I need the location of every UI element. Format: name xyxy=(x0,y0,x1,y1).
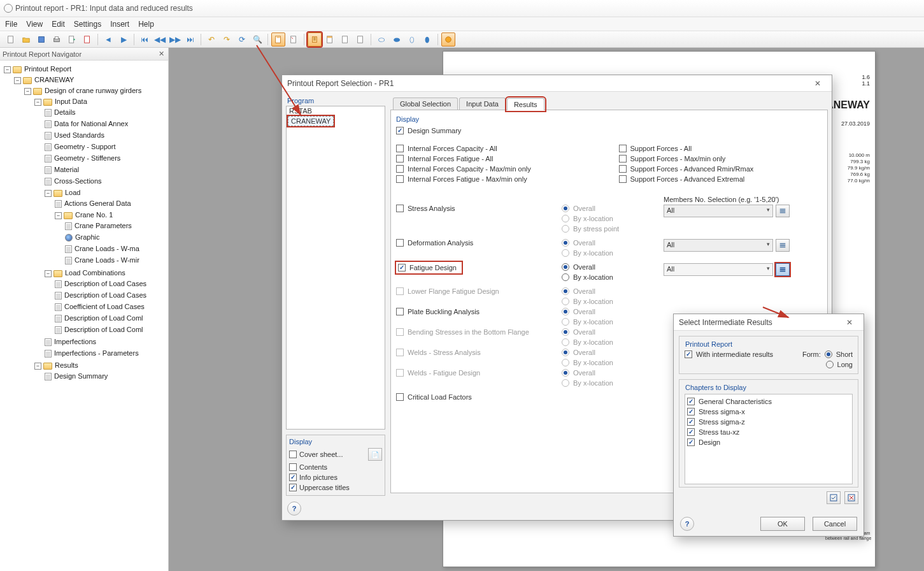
dialog2-help[interactable]: ? xyxy=(680,517,694,531)
svg-rect-23 xyxy=(780,269,786,270)
window-title: Printout report - PR1: Input data and re… xyxy=(15,4,193,13)
chk-plate-buckling[interactable] xyxy=(396,308,404,315)
tb-link4[interactable]: ⬮ xyxy=(420,33,434,47)
tb-export[interactable] xyxy=(65,33,79,47)
radio-form-long[interactable] xyxy=(826,361,834,368)
dialog-help[interactable]: ? xyxy=(287,502,301,516)
deform-intermediate-btn[interactable] xyxy=(776,239,790,252)
cover-settings-btn[interactable]: 📄 xyxy=(368,448,382,461)
dialog2-ok[interactable]: OK xyxy=(760,517,805,531)
chapters-select-none[interactable] xyxy=(844,491,858,504)
tb-insert-chapter[interactable] xyxy=(323,33,337,47)
stress-intermediate-btn[interactable] xyxy=(776,205,790,217)
chk-critical-load[interactable] xyxy=(396,393,404,401)
radio-form-short[interactable] xyxy=(825,351,832,358)
tb-report-selection[interactable] xyxy=(308,33,322,47)
svg-rect-1 xyxy=(39,36,45,42)
tb-refresh[interactable]: ⟳ xyxy=(235,33,249,47)
tb-prev[interactable]: ◀◀ xyxy=(153,33,167,47)
chapters-select-all[interactable] xyxy=(827,491,841,504)
menu-view[interactable]: View xyxy=(26,20,43,29)
tb-next[interactable]: ▶▶ xyxy=(168,33,182,47)
svg-rect-16 xyxy=(780,209,786,210)
tb-pdf[interactable] xyxy=(80,33,94,47)
svg-rect-12 xyxy=(327,36,332,38)
navigator-title: Printout Report Navigator xyxy=(3,50,82,58)
tab-input-data[interactable]: Input Data xyxy=(459,98,506,110)
tb-redo[interactable]: ↷ xyxy=(220,33,234,47)
toolbar: ◄ ▶ ⏮ ◀◀ ▶▶ ⏭ ↶ ↷ ⟳ 🔍 ⬭ ⬬ ⬯ ⬮ xyxy=(0,31,924,48)
tb-new[interactable] xyxy=(4,33,18,47)
svg-rect-17 xyxy=(780,210,786,212)
tb-save[interactable] xyxy=(34,33,48,47)
window-titlebar: Printout report - PR1: Input data and re… xyxy=(0,0,924,17)
dialog-close[interactable]: ✕ xyxy=(809,77,827,90)
navigator-tree[interactable]: −Printout Report −CRANEWAY −Design of cr… xyxy=(0,61,168,571)
tb-nav-next[interactable]: ▶ xyxy=(117,33,131,47)
tb-find[interactable]: 🔍 xyxy=(250,33,264,47)
chk-design-summary[interactable] xyxy=(396,127,404,134)
display-options: Display Cover sheet...📄 Contents Info pi… xyxy=(286,435,385,496)
svg-rect-19 xyxy=(780,243,786,245)
menu-insert[interactable]: Insert xyxy=(110,20,129,29)
tb-first[interactable]: ⏮ xyxy=(138,33,152,47)
tb-link3[interactable]: ⬯ xyxy=(405,33,419,47)
dialog-title: Printout Report Selection - PR1 xyxy=(287,79,394,88)
chk-deformation[interactable] xyxy=(396,239,404,247)
menu-help[interactable]: Help xyxy=(138,20,154,29)
program-rstab[interactable]: RSTAB xyxy=(287,106,385,115)
tb-last[interactable]: ⏭ xyxy=(183,33,197,47)
svg-rect-25 xyxy=(830,495,837,501)
tab-results[interactable]: Results xyxy=(507,98,544,110)
svg-rect-3 xyxy=(55,36,58,39)
tb-undo[interactable]: ↶ xyxy=(204,33,218,47)
program-list[interactable]: RSTAB CRANEWAY xyxy=(286,106,385,430)
svg-rect-0 xyxy=(8,36,13,43)
svg-rect-21 xyxy=(780,247,786,248)
svg-rect-13 xyxy=(343,36,348,43)
menubar: File View Edit Settings Insert Help xyxy=(0,17,924,31)
chk-with-intermediate[interactable] xyxy=(685,351,692,358)
menu-file[interactable]: File xyxy=(5,20,17,29)
program-section-label: Program xyxy=(286,96,385,106)
tb-header-footer[interactable] xyxy=(287,33,301,47)
program-craneway[interactable]: CRANEWAY xyxy=(288,116,334,126)
svg-rect-4 xyxy=(69,36,74,43)
fatigue-intermediate-btn[interactable] xyxy=(776,263,790,276)
svg-rect-14 xyxy=(358,36,363,43)
tb-last-orange[interactable] xyxy=(441,33,455,47)
chk-uppercase[interactable] xyxy=(289,484,297,491)
svg-rect-20 xyxy=(780,245,786,246)
chk-info-pictures[interactable] xyxy=(289,473,297,481)
tb-nav-prev[interactable]: ◄ xyxy=(101,33,115,47)
menu-edit[interactable]: Edit xyxy=(52,20,65,29)
tab-global-selection[interactable]: Global Selection xyxy=(393,98,458,110)
tb-link2[interactable]: ⬬ xyxy=(390,33,404,47)
tb-print[interactable] xyxy=(50,33,64,47)
radio-fatigue-overall[interactable] xyxy=(562,263,569,271)
chk-cover-sheet[interactable] xyxy=(289,451,297,458)
svg-rect-18 xyxy=(780,212,786,213)
navigator-panel: Printout Report Navigator ✕ −Printout Re… xyxy=(0,48,169,571)
svg-rect-22 xyxy=(780,268,786,269)
tb-page-setup[interactable] xyxy=(271,33,285,47)
svg-rect-7 xyxy=(276,36,280,38)
tb-insert-text[interactable] xyxy=(338,33,352,47)
chk-stress-analysis[interactable] xyxy=(396,205,404,212)
tb-insert-page[interactable] xyxy=(353,33,367,47)
dialog2-title: Select Intermediate Results xyxy=(679,318,772,327)
dialog2-cancel[interactable]: Cancel xyxy=(813,517,857,531)
chk-fatigue-design[interactable] xyxy=(398,264,406,271)
navigator-close[interactable]: ✕ xyxy=(157,50,166,59)
svg-rect-24 xyxy=(780,271,786,272)
dialog-tabs: Global Selection Input Data Results xyxy=(390,96,828,110)
menu-settings[interactable]: Settings xyxy=(74,20,101,29)
dialog-intermediate-results: Select Intermediate Results ✕ Printout R… xyxy=(673,314,864,537)
chk-contents[interactable] xyxy=(289,463,297,471)
svg-rect-5 xyxy=(85,36,90,43)
dialog2-close[interactable]: ✕ xyxy=(841,316,858,329)
tb-link1[interactable]: ⬭ xyxy=(374,33,388,47)
app-icon xyxy=(4,4,13,13)
radio-fatigue-byx[interactable] xyxy=(562,273,569,281)
tb-open[interactable] xyxy=(19,33,33,47)
